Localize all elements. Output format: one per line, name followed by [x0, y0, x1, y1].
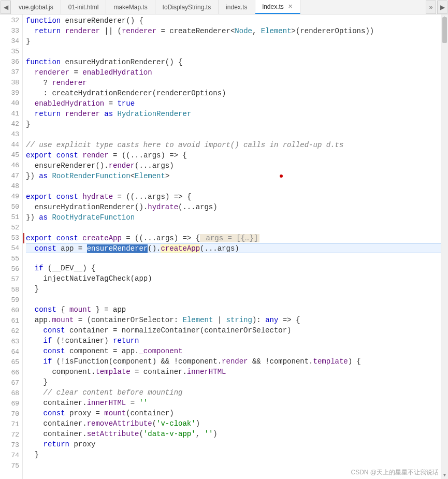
code-line-35[interactable]	[26, 47, 448, 57]
code-line-68[interactable]: // clear content before mounting	[26, 387, 448, 398]
line-number: 64	[0, 347, 22, 357]
line-number: 61	[0, 316, 22, 326]
code-area[interactable]: function ensureRenderer() { return rende…	[23, 14, 448, 479]
tab-label: toDisplayString.ts	[163, 4, 211, 11]
line-number: 56	[0, 264, 22, 274]
code-line-37[interactable]: renderer = enabledHydration	[26, 67, 448, 78]
line-number: 60	[0, 306, 22, 316]
code-line-62[interactable]: const container = normalizeContainer(con…	[26, 325, 448, 336]
code-line-71[interactable]: container.removeAttribute('v-cloak')	[26, 418, 448, 429]
code-editor[interactable]: 3233343536373839404142434445464748495051…	[0, 14, 448, 479]
code-line-44[interactable]: // use explicit type casts here to avoid…	[26, 140, 448, 150]
line-number: 54	[0, 243, 22, 254]
code-line-73[interactable]: return proxy	[26, 439, 448, 449]
line-number: 38	[0, 78, 22, 88]
code-line-51[interactable]: }) as RootHydrateFunction	[26, 212, 448, 223]
code-line-61[interactable]: app.mount = (containerOrSelector: Elemen…	[26, 315, 448, 325]
tab-label: index.ts	[263, 3, 284, 10]
line-number: 33	[0, 26, 22, 36]
code-line-32[interactable]: function ensureRenderer() {	[26, 16, 448, 26]
line-number: 62	[0, 326, 22, 337]
line-number: 48	[0, 181, 22, 192]
line-number: 45	[0, 150, 22, 161]
code-line-55[interactable]	[26, 253, 448, 263]
code-line-66[interactable]: component.template = container.innerHTML	[26, 367, 448, 377]
code-line-34[interactable]: }	[26, 36, 448, 47]
code-line-69[interactable]: container.innerHTML = ''	[26, 398, 448, 408]
code-line-33[interactable]: return renderer || (renderer = createRen…	[26, 26, 448, 36]
code-line-47[interactable]: }) as RootRenderFunction<Element>	[26, 171, 448, 181]
code-line-70[interactable]: const proxy = mount(container)	[26, 408, 448, 418]
line-number: 70	[0, 409, 22, 419]
line-number: 47	[0, 171, 22, 181]
tab-scroll-right[interactable]: ▶	[437, 1, 447, 14]
line-number: 36	[0, 57, 22, 67]
code-line-42[interactable]: }	[26, 119, 448, 129]
inlay-hint: args = [{…}]	[200, 234, 259, 242]
close-icon[interactable]: ✕	[288, 3, 293, 10]
code-line-57[interactable]: injectNativeTagCheck(app)	[26, 273, 448, 284]
tab-3[interactable]: toDisplayString.ts	[155, 0, 219, 14]
code-line-46[interactable]: ensureRenderer().render(...args)	[26, 161, 448, 171]
code-line-67[interactable]: }	[26, 377, 448, 387]
line-number: 71	[0, 419, 22, 430]
line-number: 39	[0, 88, 22, 98]
line-number: 41	[0, 109, 22, 119]
code-line-45[interactable]: export const render = ((...args) => {	[26, 150, 448, 161]
code-line-43[interactable]	[26, 129, 448, 140]
code-line-72[interactable]: container.setAttribute('data-v-app', '')	[26, 429, 448, 439]
tab-label: makeMap.ts	[113, 4, 147, 11]
line-number: 44	[0, 140, 22, 150]
code-line-40[interactable]: enabledHydration = true	[26, 98, 448, 109]
line-number: 65	[0, 357, 22, 368]
code-line-39[interactable]: : createHydrationRenderer(rendererOption…	[26, 88, 448, 98]
code-line-41[interactable]: return renderer as HydrationRenderer	[26, 109, 448, 119]
tab-2[interactable]: makeMap.ts	[106, 0, 155, 14]
code-line-60[interactable]: const { mount } = app	[26, 304, 448, 315]
code-line-48[interactable]	[26, 181, 448, 192]
tab-5[interactable]: index.ts✕	[255, 0, 300, 14]
code-line-58[interactable]: }	[26, 284, 448, 294]
tab-0[interactable]: vue.global.js	[11, 0, 61, 14]
line-number: 74	[0, 451, 22, 461]
code-line-54[interactable]: const app = ensureRenderer().createApp(.…	[26, 243, 448, 253]
code-line-74[interactable]: }	[26, 449, 448, 460]
code-line-63[interactable]: if (!container) return	[26, 336, 448, 346]
line-number: 68	[0, 388, 22, 399]
line-number: 35	[0, 47, 22, 57]
code-line-50[interactable]: ensureHydrationRenderer().hydrate(...arg…	[26, 202, 448, 212]
line-number: 32	[0, 16, 22, 26]
code-line-56[interactable]: if (__DEV__) {	[26, 263, 448, 273]
line-number: 43	[0, 129, 22, 140]
scroll-thumb[interactable]	[442, 17, 447, 43]
line-number: 72	[0, 430, 22, 440]
scroll-down-icon[interactable]: ▼	[441, 472, 448, 479]
tab-4[interactable]: index.ts	[219, 0, 255, 14]
tab-scroll-left[interactable]: ◀	[1, 1, 11, 14]
line-number: 55	[0, 254, 22, 264]
code-line-53[interactable]: export const createApp = ((...args) => {…	[23, 233, 448, 243]
line-number: 75	[0, 461, 22, 471]
line-number: 46	[0, 161, 22, 171]
code-line-65[interactable]: if (!isFunction(component) && !component…	[26, 356, 448, 367]
tab-label: vue.global.js	[19, 4, 53, 11]
line-number: 63	[0, 337, 22, 347]
code-line-59[interactable]	[26, 294, 448, 304]
line-number: 66	[0, 368, 22, 378]
tab-label: 01-init.html	[68, 4, 99, 11]
line-number: 53	[0, 233, 22, 243]
line-number: 69	[0, 399, 22, 409]
line-number: 67	[0, 378, 22, 388]
code-line-52[interactable]	[26, 223, 448, 233]
code-line-36[interactable]: function ensureHydrationRenderer() {	[26, 57, 448, 67]
vertical-scrollbar[interactable]: ▲ ▼	[441, 14, 448, 479]
code-line-49[interactable]: export const hydrate = ((...args) => {	[26, 192, 448, 202]
tab-overflow[interactable]: »	[426, 1, 436, 14]
line-number: 57	[0, 274, 22, 285]
tab-1[interactable]: 01-init.html	[61, 0, 107, 14]
line-number: 40	[0, 98, 22, 109]
code-line-38[interactable]: ? renderer	[26, 78, 448, 88]
code-line-64[interactable]: const component = app._component	[26, 346, 448, 356]
line-number: 59	[0, 295, 22, 306]
line-number: 42	[0, 119, 22, 129]
